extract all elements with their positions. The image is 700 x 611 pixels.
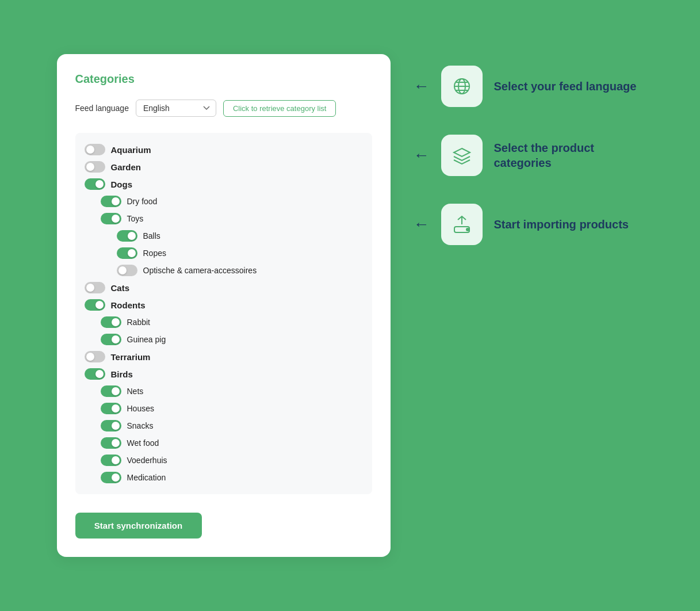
toggle-cats[interactable] bbox=[85, 282, 105, 293]
step-icon-step-import bbox=[441, 204, 483, 245]
toggle-rodents[interactable] bbox=[85, 299, 105, 311]
toggle-voederhuis[interactable] bbox=[101, 455, 121, 466]
toggle-medication[interactable] bbox=[101, 472, 121, 483]
category-item-optische: Optische & camera-accessoires bbox=[85, 263, 363, 278]
feed-language-label: Feed language bbox=[75, 104, 129, 113]
category-item-medication: Medication bbox=[85, 470, 363, 485]
category-item-rodents: Rodents bbox=[85, 297, 363, 312]
toggle-ropes[interactable] bbox=[117, 247, 137, 259]
category-label-voederhuis: Voederhuis bbox=[127, 456, 167, 465]
step-row-step-language: ← Select your feed language bbox=[414, 66, 644, 107]
right-panel: ← Select your feed language← Select the … bbox=[414, 54, 644, 245]
category-item-terrarium: Terrarium bbox=[85, 349, 363, 364]
category-item-aquarium: Aquarium bbox=[85, 142, 363, 157]
category-label-guinea-pig: Guinea pig bbox=[127, 335, 166, 344]
category-label-cats: Cats bbox=[111, 283, 130, 293]
category-item-cats: Cats bbox=[85, 280, 363, 295]
step-row-step-categories: ← Select the product categories bbox=[414, 135, 644, 176]
category-item-dry-food: Dry food bbox=[85, 194, 363, 209]
arrow-icon-step-import: ← bbox=[414, 215, 430, 234]
category-label-medication: Medication bbox=[127, 473, 166, 482]
category-label-snacks: Snacks bbox=[127, 421, 154, 430]
arrow-icon-step-language: ← bbox=[414, 77, 430, 96]
category-label-toys: Toys bbox=[127, 214, 144, 223]
feed-language-row: Feed language English Dutch German Frenc… bbox=[75, 100, 372, 117]
toggle-aquarium[interactable] bbox=[85, 144, 105, 155]
toggle-houses[interactable] bbox=[101, 403, 121, 414]
toggle-birds[interactable] bbox=[85, 368, 105, 380]
toggle-dry-food[interactable] bbox=[101, 196, 121, 207]
category-item-dogs: Dogs bbox=[85, 177, 363, 192]
panel-title: Categories bbox=[75, 72, 372, 86]
svg-marker-5 bbox=[454, 148, 470, 156]
category-label-rabbit: Rabbit bbox=[127, 318, 150, 327]
category-label-houses: Houses bbox=[127, 404, 154, 413]
toggle-toys[interactable] bbox=[101, 213, 121, 224]
step-text-step-language: Select your feed language bbox=[494, 79, 637, 94]
toggle-garden[interactable] bbox=[85, 161, 105, 173]
category-item-ropes: Ropes bbox=[85, 246, 363, 261]
category-label-ropes: Ropes bbox=[143, 249, 166, 258]
category-label-terrarium: Terrarium bbox=[111, 352, 151, 362]
category-label-optische: Optische & camera-accessoires bbox=[143, 266, 257, 275]
start-synchronization-button[interactable]: Start synchronization bbox=[75, 513, 202, 539]
category-label-wet-food: Wet food bbox=[127, 438, 159, 448]
toggle-wet-food[interactable] bbox=[101, 437, 121, 449]
category-item-wet-food: Wet food bbox=[85, 436, 363, 450]
category-item-toys: Toys bbox=[85, 211, 363, 226]
step-icon-step-categories bbox=[441, 135, 483, 176]
category-item-houses: Houses bbox=[85, 401, 363, 416]
category-label-nets: Nets bbox=[127, 387, 144, 396]
step-row-step-import: ← Start importing products bbox=[414, 204, 644, 245]
arrow-icon-step-categories: ← bbox=[414, 146, 430, 165]
category-item-balls: Balls bbox=[85, 228, 363, 243]
category-item-nets: Nets bbox=[85, 384, 363, 399]
toggle-rabbit[interactable] bbox=[101, 316, 121, 328]
page-wrapper: Categories Feed language English Dutch G… bbox=[34, 20, 667, 591]
category-label-rodents: Rodents bbox=[111, 300, 146, 310]
language-select[interactable]: English Dutch German French bbox=[136, 100, 216, 117]
category-item-voederhuis: Voederhuis bbox=[85, 453, 363, 468]
category-item-guinea-pig: Guinea pig bbox=[85, 332, 363, 347]
toggle-guinea-pig[interactable] bbox=[101, 334, 121, 345]
categories-list: AquariumGardenDogsDry foodToysBallsRopes… bbox=[75, 133, 372, 494]
category-label-birds: Birds bbox=[111, 369, 133, 379]
toggle-dogs[interactable] bbox=[85, 178, 105, 190]
category-label-dogs: Dogs bbox=[111, 180, 133, 189]
category-item-snacks: Snacks bbox=[85, 418, 363, 433]
category-label-dry-food: Dry food bbox=[127, 197, 158, 206]
toggle-optische[interactable] bbox=[117, 265, 137, 276]
category-item-birds: Birds bbox=[85, 366, 363, 381]
category-item-rabbit: Rabbit bbox=[85, 315, 363, 330]
step-icon-step-language bbox=[441, 66, 483, 107]
toggle-balls[interactable] bbox=[117, 230, 137, 242]
step-text-step-categories: Select the product categories bbox=[494, 140, 644, 170]
svg-point-8 bbox=[466, 228, 469, 231]
toggle-snacks[interactable] bbox=[101, 420, 121, 431]
toggle-nets[interactable] bbox=[101, 385, 121, 397]
category-label-garden: Garden bbox=[111, 162, 141, 172]
category-label-aquarium: Aquarium bbox=[111, 145, 151, 155]
left-panel: Categories Feed language English Dutch G… bbox=[57, 54, 391, 557]
toggle-terrarium[interactable] bbox=[85, 351, 105, 362]
category-item-garden: Garden bbox=[85, 159, 363, 174]
step-text-step-import: Start importing products bbox=[494, 217, 629, 232]
retrieve-category-button[interactable]: Click to retrieve category list bbox=[223, 100, 336, 117]
category-label-balls: Balls bbox=[143, 231, 160, 240]
